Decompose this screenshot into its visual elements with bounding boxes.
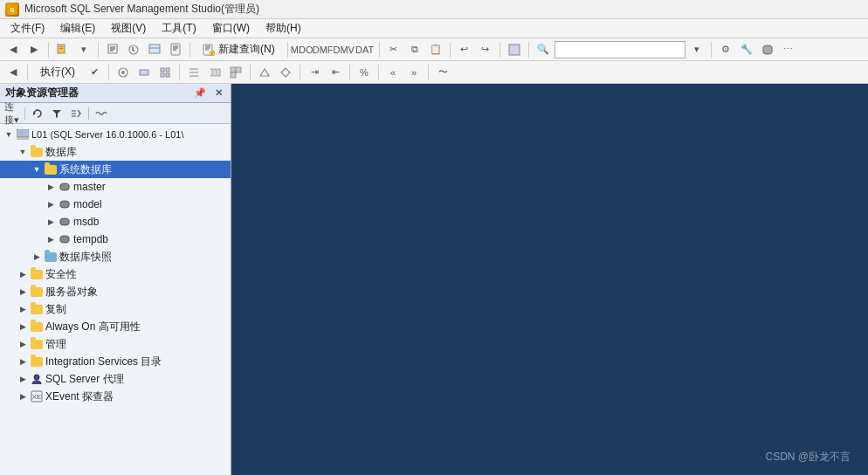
oe-close-button[interactable]: ✕ — [212, 86, 225, 100]
toolbar-copy[interactable]: ⧉ — [405, 41, 424, 59]
svg-text:XE: XE — [32, 393, 42, 401]
expand-icon-sql-agent: ▶ — [16, 372, 30, 386]
toolbar-dmv[interactable]: DMV — [334, 41, 354, 59]
t2-percent[interactable]: % — [355, 64, 374, 81]
toolbar-dat[interactable]: DAT — [355, 41, 375, 59]
toolbar-check[interactable] — [505, 41, 524, 59]
expand-icon-alwayson: ▶ — [16, 320, 30, 334]
tree-node-databases[interactable]: ▼ 数据库 — [0, 143, 231, 161]
menu-view[interactable]: 视图(V) — [104, 19, 153, 38]
tree-node-db-snapshot[interactable]: ▶ 数据库快照 — [0, 248, 231, 265]
svg-rect-11 — [509, 45, 520, 55]
oe-sync-button[interactable] — [67, 106, 85, 121]
system-db-folder-icon — [44, 162, 58, 176]
t2-btn3[interactable] — [134, 64, 154, 81]
t2-btn2[interactable] — [114, 64, 133, 81]
toolbar-btn5[interactable] — [145, 41, 164, 59]
toolbar-paste[interactable]: 📋 — [426, 41, 445, 59]
tree-node-xevent[interactable]: ▶ XE XEvent 探查器 — [0, 388, 231, 405]
tree-node-replication[interactable]: ▶ 复制 — [0, 300, 231, 318]
toolbar-dmf[interactable]: DMF — [313, 41, 333, 59]
toolbar-btn2[interactable]: ▾ — [74, 41, 93, 59]
t2-uncomment[interactable]: » — [404, 64, 424, 81]
tree-node-alwayson[interactable]: ▶ Always On 高可用性 — [0, 318, 231, 335]
tree-node-integration-services[interactable]: ▶ Integration Services 目录 — [0, 353, 231, 370]
tree-node-system-db[interactable]: ▼ 系统数据库 — [0, 161, 231, 178]
tree-node-tempdb[interactable]: ▶ tempdb — [0, 231, 231, 248]
toolbar-undo[interactable]: ↩ — [455, 41, 474, 59]
toolbar-btn1[interactable] — [53, 41, 72, 59]
toolbar-btn6[interactable] — [166, 41, 185, 59]
tree-node-security[interactable]: ▶ 安全性 — [0, 265, 231, 283]
tree-node-server[interactable]: ▼ L01 (SQL Server 16.0.1000.6 - L01\ — [0, 126, 231, 143]
toolbar-cut[interactable]: ✂ — [384, 41, 403, 59]
t2-btn4[interactable] — [155, 64, 175, 81]
menu-help[interactable]: 帮助(H) — [258, 19, 308, 38]
replication-label: 复制 — [45, 302, 66, 317]
toolbar-redo[interactable]: ↪ — [476, 41, 495, 59]
menu-tools[interactable]: 工具(T) — [155, 19, 203, 38]
toolbar-db2[interactable] — [758, 41, 777, 59]
t2-btn6[interactable] — [205, 64, 224, 81]
tree-node-model[interactable]: ▶ model — [0, 196, 231, 213]
menu-bar: 文件(F) 编辑(E) 视图(V) 工具(T) 窗口(W) 帮助(H) — [0, 19, 868, 38]
t2-outdent[interactable]: ⇤ — [326, 64, 345, 81]
forward-button[interactable]: ▶ — [24, 41, 44, 59]
security-folder-icon — [30, 267, 44, 281]
t2-sep3 — [179, 65, 180, 80]
svg-rect-17 — [166, 68, 169, 72]
oe-header: 对象资源管理器 📌 ✕ — [0, 84, 231, 103]
oe-pin-button[interactable]: 📌 — [191, 86, 209, 100]
oe-sep1 — [24, 107, 25, 120]
t2-comment[interactable]: « — [383, 64, 403, 81]
master-db-icon — [58, 180, 72, 194]
svg-rect-22 — [231, 72, 236, 78]
menu-file[interactable]: 文件(F) — [3, 19, 52, 38]
execute-button[interactable]: 执行(X) — [32, 64, 83, 81]
oe-filter-button[interactable] — [48, 106, 65, 121]
menu-edit[interactable]: 编辑(E) — [53, 19, 102, 38]
search-input[interactable] — [555, 41, 685, 59]
tree-node-server-objects[interactable]: ▶ 服务器对象 — [0, 283, 231, 300]
svg-rect-6 — [149, 45, 160, 53]
oe-wave-button[interactable] — [93, 106, 110, 121]
t2-btn9[interactable] — [276, 64, 295, 81]
t2-check[interactable]: ✔ — [85, 64, 104, 81]
db-snapshot-folder-icon — [44, 250, 58, 264]
toolbar-settings[interactable]: ⚙ — [716, 41, 735, 59]
master-label: master — [73, 181, 106, 193]
t2-indent[interactable]: ⇥ — [305, 64, 324, 81]
back-button[interactable]: ◀ — [3, 41, 23, 59]
tree-node-sql-agent[interactable]: ▶ SQL Server 代理 — [0, 370, 231, 388]
t2-btn5[interactable] — [184, 64, 203, 81]
oe-refresh-button[interactable] — [29, 106, 46, 121]
t2-sep8 — [428, 65, 429, 80]
server-icon — [16, 127, 30, 141]
t2-btn8[interactable] — [255, 64, 274, 81]
management-folder-icon — [30, 337, 44, 351]
model-label: model — [73, 198, 102, 210]
tree-container[interactable]: ▼ L01 (SQL Server 16.0.1000.6 - L01\ ▼ 数… — [0, 124, 231, 475]
toolbar-btn4[interactable] — [124, 41, 143, 59]
search-icon[interactable]: 🔍 — [534, 41, 553, 59]
toolbar-wrench[interactable]: 🔧 — [737, 41, 756, 59]
t2-btn7[interactable] — [226, 64, 245, 81]
search-dropdown[interactable]: ▾ — [687, 41, 706, 59]
oe-connect-button[interactable]: 连接▾ — [3, 106, 21, 121]
msdb-label: msdb — [73, 216, 99, 228]
toolbar-btn3[interactable] — [103, 41, 122, 59]
sep1 — [48, 42, 49, 58]
t2-wave[interactable]: 〜 — [433, 64, 452, 81]
toolbar-mdo[interactable]: MDO — [293, 41, 312, 59]
t2-btn1[interactable]: ◀ — [3, 64, 23, 81]
tree-node-master[interactable]: ▶ master — [0, 178, 231, 196]
app-icon: S — [5, 3, 19, 17]
tree-node-management[interactable]: ▶ 管理 — [0, 335, 231, 353]
tempdb-db-icon — [58, 232, 72, 246]
menu-window[interactable]: 窗口(W) — [205, 19, 257, 38]
new-query-button[interactable]: ! 新建查询(N) — [195, 40, 283, 59]
tree-node-msdb[interactable]: ▶ msdb — [0, 213, 231, 231]
toolbar-dots[interactable]: ⋯ — [779, 41, 798, 59]
oe-sep2 — [88, 107, 89, 120]
sql-agent-label: SQL Server 代理 — [45, 372, 124, 387]
